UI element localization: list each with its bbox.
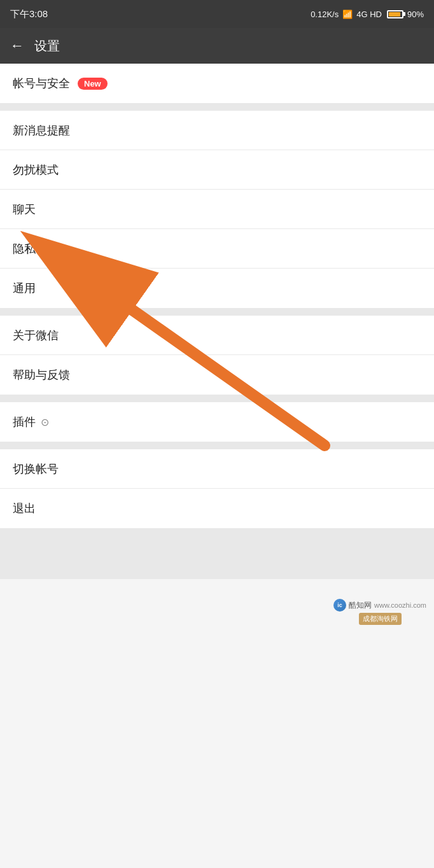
chat-label: 聊天 xyxy=(13,202,36,217)
back-button[interactable]: ← xyxy=(10,39,24,53)
about-wechat-label: 关于微信 xyxy=(13,328,59,343)
network-type: 4G HD xyxy=(356,10,382,19)
status-bar: 下午3:08 0.12K/s 📶 4G HD 90% xyxy=(0,0,434,28)
notification-group: 新消息提醒 勿扰模式 聊天 隐私 通用 xyxy=(0,111,434,308)
header: ← 设置 xyxy=(0,28,434,64)
watermark-logo: ic xyxy=(333,599,346,612)
section-divider-1 xyxy=(0,103,434,111)
watermark-site2: 成都淘铁网 xyxy=(359,613,402,625)
menu-item-chat[interactable]: 聊天 xyxy=(0,190,434,229)
watermark-line-2: 成都淘铁网 xyxy=(359,613,402,625)
new-message-label: 新消息提醒 xyxy=(13,123,70,138)
logout-label: 退出 xyxy=(13,501,36,516)
watermark-url: www.coozhi.com xyxy=(374,601,426,609)
section-divider-2 xyxy=(0,308,434,316)
menu-item-privacy[interactable]: 隐私 xyxy=(0,229,434,269)
menu-item-about-wechat[interactable]: 关于微信 xyxy=(0,316,434,355)
menu-item-help-feedback[interactable]: 帮助与反馈 xyxy=(0,355,434,395)
dnd-mode-label: 勿扰模式 xyxy=(13,162,59,178)
battery-icon xyxy=(387,10,403,18)
menu-item-switch-account[interactable]: 切换帐号 xyxy=(0,449,434,489)
watermark-site1: 酷知网 xyxy=(349,600,372,611)
battery-percent: 90% xyxy=(407,10,424,19)
menu-item-new-message[interactable]: 新消息提醒 xyxy=(0,111,434,150)
menu-item-plugins[interactable]: 插件 ⊙ xyxy=(0,402,434,442)
account-group: 帐号与安全 New xyxy=(0,64,434,103)
plugins-label: 插件 xyxy=(13,414,36,430)
network-speed: 0.12K/s xyxy=(311,10,339,19)
section-divider-5 xyxy=(0,528,434,579)
status-right: 0.12K/s 📶 4G HD 90% xyxy=(311,10,424,19)
content-area: 帐号与安全 New 新消息提醒 勿扰模式 聊天 隐私 通用 关于微信 帮助与反馈 xyxy=(0,64,434,630)
menu-item-dnd-mode[interactable]: 勿扰模式 xyxy=(0,150,434,190)
signal-icon: 📶 xyxy=(342,10,353,19)
privacy-label: 隐私 xyxy=(13,241,36,256)
menu-item-logout[interactable]: 退出 xyxy=(0,489,434,528)
watermark-area: ic 酷知网 www.coozhi.com 成都淘铁网 xyxy=(0,579,434,630)
section-divider-3 xyxy=(0,395,434,402)
status-time: 下午3:08 xyxy=(10,8,48,20)
menu-item-general[interactable]: 通用 xyxy=(0,269,434,308)
new-badge: New xyxy=(78,78,108,90)
account-security-label: 帐号与安全 xyxy=(13,76,70,91)
switch-account-label: 切换帐号 xyxy=(13,461,59,477)
menu-item-account-security[interactable]: 帐号与安全 New xyxy=(0,64,434,103)
account-switch-group: 切换帐号 退出 xyxy=(0,449,434,528)
watermark: ic 酷知网 www.coozhi.com 成都淘铁网 xyxy=(333,599,426,625)
section-divider-4 xyxy=(0,442,434,449)
watermark-line-1: ic 酷知网 www.coozhi.com xyxy=(333,599,426,612)
plugin-settings-icon: ⊙ xyxy=(41,416,49,428)
help-feedback-label: 帮助与反馈 xyxy=(13,367,70,382)
page-title: 设置 xyxy=(34,38,60,55)
general-label: 通用 xyxy=(13,281,36,296)
battery-fill xyxy=(389,12,400,17)
about-group: 关于微信 帮助与反馈 xyxy=(0,316,434,395)
plugin-group: 插件 ⊙ xyxy=(0,402,434,442)
